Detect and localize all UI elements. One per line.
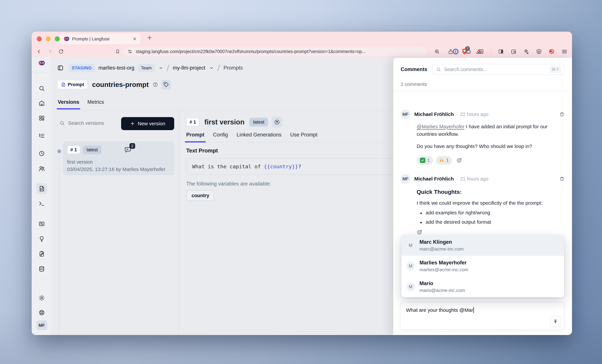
user-avatar[interactable]: MF	[36, 321, 47, 330]
comments-bubble-icon[interactable]: 2	[124, 146, 131, 153]
breadcrumb-project[interactable]: my-llm-project	[173, 65, 205, 71]
raising-hands-emoji	[439, 158, 444, 163]
vpn-shield-icon[interactable]	[536, 49, 542, 54]
tab-use-prompt[interactable]: Use Prompt	[290, 132, 318, 142]
browser-window: Prompts | Langfuse	[32, 32, 572, 335]
reaction-check[interactable]: 1	[417, 156, 433, 165]
versions-column: New version # 1 latest 2 fi	[52, 110, 179, 335]
reload-button[interactable]	[58, 49, 64, 54]
menu-hamburger-icon[interactable]	[561, 48, 568, 55]
sidebar-datasets-icon[interactable]	[36, 263, 47, 274]
version-meta: 03/04/2025, 13:27:16 by Marlies Mayerhof…	[67, 166, 170, 172]
info-icon[interactable]	[153, 82, 158, 87]
mention-option[interactable]: M Marc Klingen marc@acme-inc.com	[401, 235, 564, 256]
comment-time: 22 hours ago	[460, 112, 488, 117]
new-tab-button[interactable]	[147, 35, 152, 41]
tab-config[interactable]: Config	[213, 132, 228, 142]
slash-separator	[217, 65, 220, 71]
close-tab-icon[interactable]	[132, 37, 137, 41]
reaction-raising-hands[interactable]: 1	[436, 156, 452, 165]
browser-tab-bar: Prompts | Langfuse	[32, 32, 572, 46]
window-controls	[37, 36, 60, 41]
sidebar-support-icon[interactable]	[36, 307, 47, 318]
search-shortcut-hint: ⌘ F	[550, 66, 561, 73]
sidebar-llm-judge-icon[interactable]	[36, 233, 47, 244]
browser-toolbar: staging.langfuse.com/project/cm22fk0w700…	[32, 46, 572, 57]
mention-email: mario@acme-inc.com	[419, 288, 465, 293]
add-reaction-icon[interactable]	[417, 229, 565, 235]
comments-search[interactable]: ⌘ F	[432, 64, 565, 75]
close-window-button[interactable]	[37, 36, 42, 41]
bookmark-icon[interactable]	[115, 49, 120, 54]
sidebar-toggle-icon[interactable]	[498, 49, 504, 54]
comments-panel: Comments ⌘ F 2 comments MF Michael Fröhl…	[393, 58, 572, 335]
collapse-sidebar-icon[interactable]	[57, 64, 64, 71]
sidebar-evaluation-icon[interactable]	[36, 218, 47, 229]
avatar: M	[406, 282, 415, 291]
minimize-window-button[interactable]	[46, 36, 51, 41]
search-comments-input[interactable]	[444, 66, 547, 72]
sidebar-prompts-icon[interactable]	[36, 183, 47, 194]
breadcrumb-org[interactable]: marlies-test-org	[98, 65, 134, 71]
avatar: MF	[401, 174, 410, 184]
onepassword-icon[interactable]	[453, 49, 459, 54]
extensions-puzzle-icon[interactable]	[465, 49, 471, 54]
sidebar-dashboards-icon[interactable]	[36, 113, 47, 124]
delete-comment-icon[interactable]	[559, 176, 565, 182]
mention-dropdown: M Marc Klingen marc@acme-inc.com M Marli…	[401, 235, 564, 297]
search-page-icon[interactable]	[478, 49, 484, 54]
detail-version-number: # 1	[186, 118, 199, 127]
chevron-down-icon[interactable]	[209, 66, 214, 70]
tag-button[interactable]	[161, 80, 171, 89]
forward-button[interactable]	[47, 49, 53, 54]
browser-tab[interactable]: Prompts | Langfuse	[60, 33, 140, 44]
sidebar-sessions-icon[interactable]	[36, 148, 47, 159]
comment-composer[interactable]: What are your thoughts @Mar	[400, 302, 564, 330]
delete-comment-icon[interactable]	[559, 112, 565, 117]
text-prompt-heading: Text Prompt	[186, 148, 218, 154]
site-settings-icon[interactable]	[128, 49, 132, 54]
leo-ai-sparkle-icon[interactable]	[523, 49, 529, 54]
app-sidebar: MF	[32, 57, 52, 335]
url-text: staging.langfuse.com/project/cm22fk0w700…	[136, 49, 366, 54]
variable-chip: country	[187, 190, 214, 201]
address-bar[interactable]: staging.langfuse.com/project/cm22fk0w700…	[123, 47, 427, 56]
latest-badge: latest	[83, 145, 101, 154]
versions-search[interactable]	[59, 120, 123, 126]
swirl-extension-icon[interactable]	[548, 49, 555, 54]
mention-name: Marc Klingen	[419, 239, 464, 245]
dot-separator: ·	[456, 176, 458, 182]
sidebar-search-icon[interactable]	[36, 83, 47, 94]
back-button[interactable]	[36, 49, 42, 54]
mention-link[interactable]: @Marlies Mayerhofer	[417, 124, 464, 129]
sidebar-playground-icon[interactable]	[36, 198, 47, 209]
sidebar-annotation-icon[interactable]	[36, 248, 47, 259]
mention-option[interactable]: M Mario mario@acme-inc.com	[401, 276, 564, 297]
tab-metrics[interactable]: Metrics	[87, 99, 104, 109]
promote-version-button[interactable]	[272, 117, 282, 128]
version-card[interactable]: # 1 latest 2 first version 03/04/2025, 1…	[63, 141, 174, 175]
submit-comment-button[interactable]	[550, 316, 561, 327]
sidebar-users-icon[interactable]	[36, 163, 47, 174]
add-reaction-icon[interactable]	[456, 157, 462, 163]
mention-email: marlies@acme-inc.com	[419, 267, 468, 272]
chevron-down-icon[interactable]	[159, 66, 163, 70]
bullet-item: add the desired output format	[419, 219, 565, 225]
zoom-window-button[interactable]	[55, 36, 60, 41]
zoom-page-icon[interactable]	[434, 49, 440, 54]
breadcrumb-section[interactable]: Prompts	[224, 65, 243, 71]
tab-linked-generations[interactable]: Linked Generations	[236, 132, 281, 142]
search-versions-input[interactable]	[68, 120, 123, 126]
sidebar-tracing-icon[interactable]	[36, 130, 47, 141]
comment-time: 21 hours ago	[460, 176, 488, 182]
tab-versions[interactable]: Versions	[58, 99, 79, 109]
mention-option[interactable]: M Marlies Mayerhofer marlies@acme-inc.co…	[401, 256, 564, 276]
sidebar-settings-icon[interactable]	[36, 292, 47, 303]
new-version-button[interactable]: New version	[121, 117, 174, 130]
sidebar-home-icon[interactable]	[36, 97, 47, 109]
composer-text: What are your thoughts @Mar	[406, 307, 473, 313]
langfuse-logo[interactable]	[38, 60, 45, 66]
tab-prompt[interactable]: Prompt	[186, 132, 204, 142]
wallet-icon[interactable]	[511, 49, 516, 54]
avatar: M	[406, 262, 415, 271]
